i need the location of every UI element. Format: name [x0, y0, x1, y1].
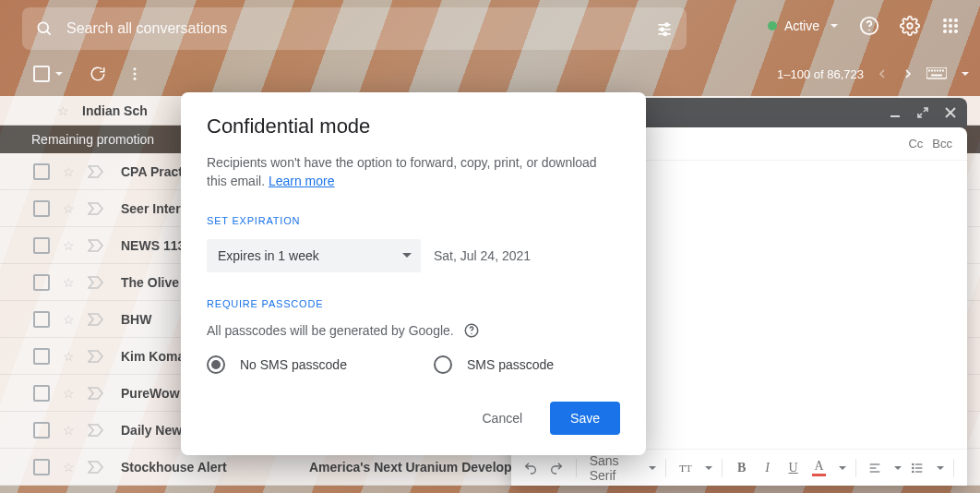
expiration-value: Expires in 1 week [218, 248, 319, 263]
dialog-title: Confidential mode [207, 114, 620, 138]
radio-label: No SMS passcode [240, 357, 347, 372]
svg-point-46 [471, 332, 472, 334]
set-expiration-label: SET EXPIRATION [207, 215, 620, 226]
radio-no-sms-passcode[interactable]: No SMS passcode [207, 355, 347, 374]
learn-more-link[interactable]: Learn more [269, 174, 335, 188]
expiration-select[interactable]: Expires in 1 week [207, 239, 421, 272]
confidential-mode-dialog: Confidential mode Recipients won't have … [181, 92, 646, 455]
dialog-description-text: Recipients won't have the option to forw… [207, 155, 597, 188]
dialog-description: Recipients won't have the option to forw… [207, 153, 620, 191]
radio-sms-passcode[interactable]: SMS passcode [434, 355, 554, 374]
radio-label: SMS passcode [467, 357, 554, 372]
expiration-date: Sat, Jul 24, 2021 [434, 248, 531, 263]
passcode-note: All passcodes will be generated by Googl… [207, 323, 454, 338]
cancel-button[interactable]: Cancel [474, 403, 530, 433]
help-icon[interactable] [463, 322, 480, 339]
radio-icon [207, 355, 225, 374]
save-button[interactable]: Save [550, 402, 620, 435]
radio-icon [434, 355, 452, 374]
chevron-down-icon [402, 253, 412, 258]
require-passcode-label: REQUIRE PASSCODE [207, 298, 620, 309]
